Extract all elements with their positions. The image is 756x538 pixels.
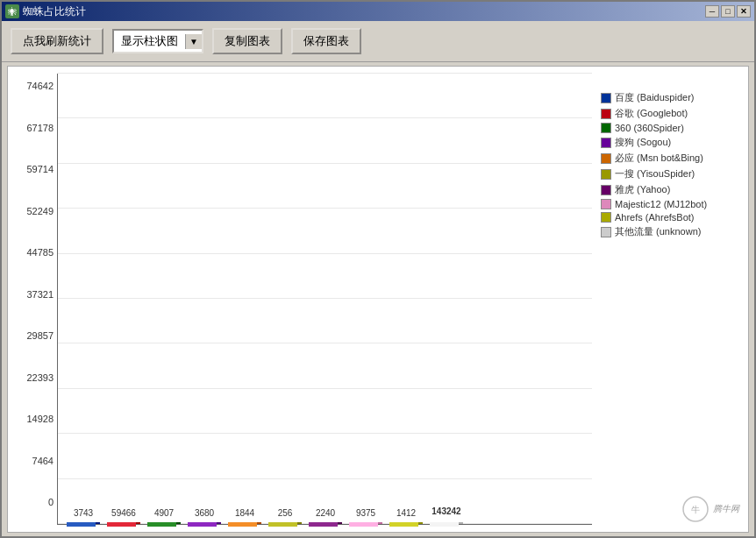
bar xyxy=(228,522,261,524)
bar xyxy=(188,522,221,524)
legend-label: 360 (360Spider) xyxy=(615,123,684,133)
y-label-4: 29857 xyxy=(26,330,53,341)
bar-value-label: 4907 xyxy=(154,508,174,518)
minimize-button[interactable]: ─ xyxy=(705,5,719,18)
display-dropdown[interactable]: 显示柱状图 ▼ xyxy=(112,29,203,53)
main-window: 🕷 蜘蛛占比统计 ─ □ ✕ 点我刷新统计 显示柱状图 ▼ 复制图表 保存图表 … xyxy=(0,0,756,538)
bar-group: 59466 xyxy=(107,522,140,524)
bar xyxy=(389,522,423,524)
y-label-0: 0 xyxy=(48,497,53,507)
legend-color xyxy=(601,227,611,237)
bar-value-label: 143242 xyxy=(431,506,460,516)
legend-item: 其他流量 (unknown) xyxy=(601,225,741,238)
bar-group: 1412 xyxy=(389,522,423,524)
bar xyxy=(430,522,463,524)
legend-label: Majestic12 (MJ12bot) xyxy=(615,199,707,209)
bar-value-label: 3680 xyxy=(195,508,214,518)
bars-container: 3743594664907368018442562240937514121432… xyxy=(58,74,592,524)
y-label-6: 44785 xyxy=(26,247,53,258)
legend-color xyxy=(601,93,611,103)
bar-value-label: 2240 xyxy=(316,508,335,518)
legend-item: 百度 (Baiduspider) xyxy=(601,91,741,104)
toolbar: 点我刷新统计 显示柱状图 ▼ 复制图表 保存图表 xyxy=(2,21,754,62)
legend-label: 搜狗 (Sogou) xyxy=(615,136,671,149)
watermark: 牛 腾牛网 xyxy=(681,495,739,523)
bar-group: 9375 xyxy=(349,522,382,524)
y-label-8: 59714 xyxy=(26,164,53,174)
bar xyxy=(349,522,382,524)
chart-main: 74642 67178 59714 52249 44785 37321 2985… xyxy=(15,74,741,525)
y-label-10: 74642 xyxy=(26,81,53,91)
bar xyxy=(268,522,302,524)
y-label-9: 67178 xyxy=(26,123,53,133)
titlebar-left: 🕷 蜘蛛占比统计 xyxy=(5,4,86,19)
legend-color xyxy=(601,169,611,180)
maximize-button[interactable]: □ xyxy=(721,5,735,18)
legend-item: Majestic12 (MJ12bot) xyxy=(601,199,741,209)
chart-with-axes: 74642 67178 59714 52249 44785 37321 2985… xyxy=(15,74,741,525)
app-icon: 🕷 xyxy=(5,4,19,18)
legend-label: 一搜 (YisouSpider) xyxy=(615,167,695,181)
y-label-3: 22393 xyxy=(26,372,53,383)
refresh-button[interactable]: 点我刷新统计 xyxy=(11,28,103,54)
legend-label: 雅虎 (Yahoo) xyxy=(615,183,670,196)
chart-area: 74642 67178 59714 52249 44785 37321 2985… xyxy=(7,66,749,533)
legend-label: Ahrefs (AhrefsBot) xyxy=(615,212,694,223)
chart-body: 3743594664907368018442562240937514121432… xyxy=(57,74,592,525)
legend-item: 搜狗 (Sogou) xyxy=(601,136,741,149)
bar-group: 1844 xyxy=(228,522,261,524)
svg-text:牛: 牛 xyxy=(691,505,700,514)
bar-value-label: 59466 xyxy=(111,508,136,518)
legend-item: 360 (360Spider) xyxy=(601,123,741,133)
bar xyxy=(107,522,140,524)
legend-color xyxy=(601,199,611,209)
watermark-logo: 牛 xyxy=(681,495,710,523)
y-axis: 74642 67178 59714 52249 44785 37321 2985… xyxy=(15,74,57,525)
bar-group: 2240 xyxy=(309,522,342,524)
legend-color xyxy=(601,123,611,133)
legend-color xyxy=(601,153,611,164)
legend-item: 雅虎 (Yahoo) xyxy=(601,183,741,196)
y-label-1: 7464 xyxy=(32,456,53,466)
watermark-text: 腾牛网 xyxy=(713,503,739,515)
bar-group: 3680 xyxy=(188,522,221,524)
save-button[interactable]: 保存图表 xyxy=(291,28,361,54)
legend-color xyxy=(601,109,611,119)
bar-value-label: 256 xyxy=(278,508,293,518)
legend-item: 谷歌 (Googlebot) xyxy=(601,107,741,120)
bar-value-label: 1844 xyxy=(235,508,254,518)
legend-color xyxy=(601,185,611,195)
bar xyxy=(67,522,100,524)
legend-item: 一搜 (YisouSpider) xyxy=(601,167,741,181)
copy-button[interactable]: 复制图表 xyxy=(212,28,282,54)
close-button[interactable]: ✕ xyxy=(737,5,751,18)
bar-group: 256 xyxy=(268,522,302,524)
legend-label: 谷歌 (Googlebot) xyxy=(615,107,688,120)
legend: 百度 (Baiduspider) 谷歌 (Googlebot) 360 (360… xyxy=(592,74,741,525)
legend-label: 其他流量 (unknown) xyxy=(615,225,701,238)
y-label-2: 14928 xyxy=(26,414,53,424)
dropdown-arrow-icon[interactable]: ▼ xyxy=(185,34,202,49)
bar-value-label: 1412 xyxy=(396,508,416,518)
legend-label: 必应 (Msn bot&Bing) xyxy=(615,152,703,165)
bar-group: 4907 xyxy=(147,522,181,524)
titlebar-controls: ─ □ ✕ xyxy=(705,5,751,18)
bar xyxy=(309,522,342,524)
y-label-5: 37321 xyxy=(26,289,53,300)
legend-item: 必应 (Msn bot&Bing) xyxy=(601,152,741,165)
bar-group: 3743 xyxy=(67,522,100,524)
legend-color xyxy=(601,138,611,148)
window-title: 蜘蛛占比统计 xyxy=(23,4,86,19)
bar xyxy=(147,522,181,524)
legend-label: 百度 (Baiduspider) xyxy=(615,91,694,104)
bar-group: 143242 xyxy=(430,522,463,524)
legend-color xyxy=(601,212,611,223)
bar-value-label: 9375 xyxy=(356,508,375,518)
bar-value-label: 3743 xyxy=(74,508,93,518)
dropdown-text: 显示柱状图 xyxy=(114,31,185,52)
titlebar: 🕷 蜘蛛占比统计 ─ □ ✕ xyxy=(2,2,754,21)
y-label-7: 52249 xyxy=(26,206,53,216)
legend-item: Ahrefs (AhrefsBot) xyxy=(601,212,741,223)
